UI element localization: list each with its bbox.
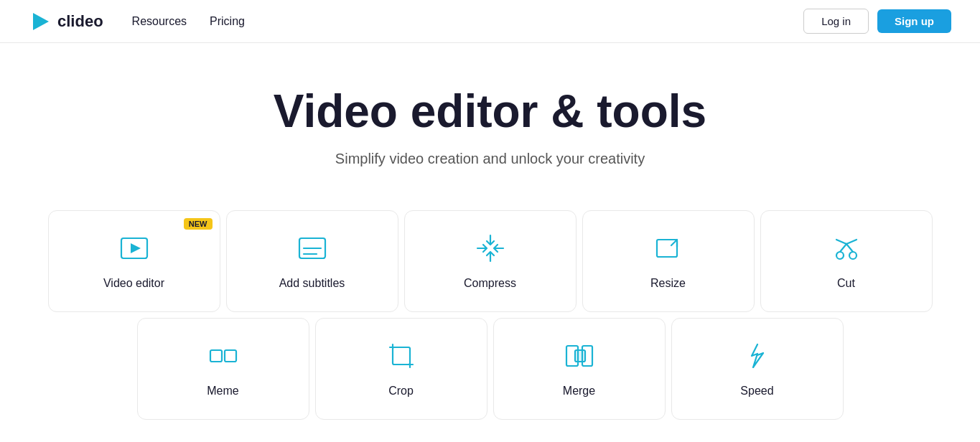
tool-card-video-editor[interactable]: NEW Video editor [48, 210, 220, 312]
svg-rect-19 [225, 350, 236, 362]
tool-card-add-subtitles[interactable]: Add subtitles [226, 210, 398, 312]
tool-card-meme[interactable]: Meme [137, 318, 309, 420]
video-editor-icon [118, 232, 150, 267]
navbar: clideo Resources Pricing Log in Sign up [0, 0, 980, 43]
svg-point-12 [836, 252, 844, 259]
signup-button[interactable]: Sign up [877, 9, 951, 33]
merge-label: Merge [563, 385, 595, 398]
logo-icon [29, 10, 52, 33]
tools-section: NEW Video editor Add subtitles [0, 196, 980, 442]
crop-label: Crop [388, 385, 414, 398]
resize-icon [653, 232, 684, 267]
speed-icon [742, 340, 773, 375]
svg-rect-26 [575, 350, 585, 362]
tool-card-resize[interactable]: Resize [582, 210, 755, 312]
subtitles-icon [297, 232, 328, 267]
logo[interactable]: clideo [29, 10, 103, 33]
logo-text: clideo [57, 12, 103, 31]
nav-link-resources[interactable]: Resources [132, 15, 187, 28]
svg-line-16 [836, 240, 846, 244]
tool-card-merge[interactable]: Merge [493, 318, 666, 420]
meme-icon [207, 340, 239, 375]
nav-actions: Log in Sign up [803, 9, 951, 34]
nav-link-pricing[interactable]: Pricing [210, 15, 245, 28]
tools-row-1: NEW Video editor Add subtitles [43, 210, 937, 312]
cut-label: Cut [837, 277, 855, 290]
compress-icon [475, 232, 506, 267]
tool-card-crop[interactable]: Crop [315, 318, 487, 420]
cut-icon [831, 232, 862, 267]
video-editor-label: Video editor [103, 277, 164, 290]
tool-card-compress[interactable]: Compress [404, 210, 577, 312]
crop-icon [386, 340, 417, 375]
svg-rect-18 [210, 350, 222, 362]
svg-line-14 [840, 244, 846, 252]
svg-line-11 [671, 240, 677, 245]
hero-section: Video editor & tools Simplify video crea… [0, 43, 980, 196]
nav-links: Resources Pricing [132, 15, 804, 28]
svg-marker-0 [33, 13, 49, 30]
tool-card-cut[interactable]: Cut [760, 210, 933, 312]
meme-label: Meme [207, 385, 238, 398]
svg-line-15 [846, 244, 853, 252]
svg-line-17 [846, 240, 857, 244]
merge-icon [564, 340, 595, 375]
new-badge: NEW [184, 218, 213, 230]
resize-label: Resize [650, 277, 686, 290]
tools-row-2: Meme Crop [43, 318, 937, 420]
add-subtitles-label: Add subtitles [279, 277, 345, 290]
svg-rect-20 [393, 347, 410, 365]
svg-point-13 [849, 252, 857, 259]
hero-subtitle: Simplify video creation and unlock your … [14, 151, 966, 167]
login-button[interactable]: Log in [803, 9, 869, 34]
hero-title: Video editor & tools [14, 86, 966, 136]
tool-card-speed[interactable]: Speed [671, 318, 844, 420]
speed-label: Speed [740, 385, 773, 398]
svg-marker-2 [131, 243, 141, 253]
compress-label: Compress [464, 277, 516, 290]
